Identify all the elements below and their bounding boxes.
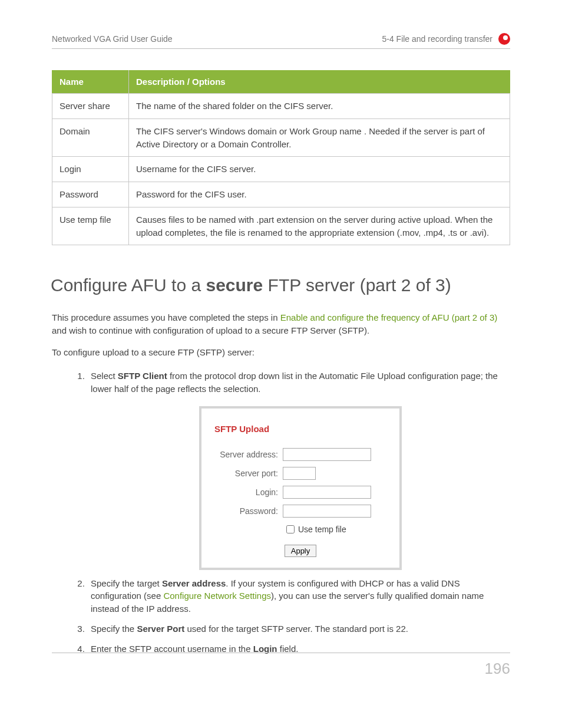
checkbox-use-temp-file[interactable] [286,525,295,533]
row-use-temp: Use temp file [214,523,386,535]
header-right: 5-4 File and recording transfer [382,33,492,45]
step4-bold: Login [253,644,277,654]
row-server-port: Server port: [214,467,386,480]
input-password[interactable] [283,505,371,518]
intro2: To configure upload to a secure FTP (SFT… [52,346,510,359]
step2-pre: Specify the target [91,578,162,588]
table-row: Domain The CIFS server's Windows domain … [52,118,510,157]
step-1: Select SFTP Client from the protocol dro… [87,370,510,570]
col-name: Name [52,71,129,94]
panel-title: SFTP Upload [214,423,386,436]
step3-post: used for the target SFTP server. The sta… [184,624,408,634]
step2-bold: Server address [162,578,226,588]
header-divider [52,48,510,49]
col-desc: Description / Options [129,71,510,94]
cell-desc: Password for the CIFS user. [129,182,510,207]
cell-name: Password [52,182,129,207]
brand-logo-icon [498,33,510,45]
steps-list: Select SFTP Client from the protocol dro… [52,370,510,655]
table-row: Server share The name of the shared fold… [52,94,510,119]
cell-name: Server share [52,94,129,119]
step4-post: field. [277,644,299,654]
page-footer: 196 [52,653,510,680]
label-server-port: Server port: [214,467,283,479]
step4-pre: Enter the SFTP account username in the [91,644,253,654]
title-prefix: Configure AFU to a [51,275,206,295]
options-table: Name Description / Options Server share … [52,70,510,245]
cell-desc: Causes files to be named with .part exte… [129,207,510,245]
link-configure-network-settings[interactable]: Configure Network Settings [163,591,271,601]
apply-button[interactable]: Apply [285,545,317,557]
label-use-temp: Use temp file [298,523,346,535]
step1-bold: SFTP Client [118,371,167,381]
cell-name: Use temp file [52,207,129,245]
cell-desc: The name of the shared folder on the CIF… [129,94,510,119]
sftp-upload-panel: SFTP Upload Server address: Server port:… [199,406,402,570]
link-enable-configure-afu[interactable]: Enable and configure the frequency of AF… [280,312,498,322]
label-password: Password: [214,505,283,517]
label-server-address: Server address: [214,449,283,460]
step3-pre: Specify the [91,624,137,634]
input-server-address[interactable] [283,448,371,461]
input-login[interactable] [283,486,371,499]
step-2: Specify the target Server address. If yo… [87,577,510,615]
step-3: Specify the Server Port used for the tar… [87,622,510,635]
intro-pre: This procedure assumes you have complete… [52,312,280,322]
row-server-address: Server address: [214,448,386,461]
step1-pre: Select [91,371,118,381]
table-row: Password Password for the CIFS user. [52,182,510,207]
intro-post: and wish to continue with configuration … [52,325,369,335]
table-row: Login Username for the CIFS server. [52,157,510,182]
intro-paragraph: This procedure assumes you have complete… [52,311,510,337]
cell-desc: The CIFS server's Windows domain or Work… [129,118,510,157]
row-login: Login: [214,486,386,499]
cell-desc: Username for the CIFS server. [129,157,510,182]
page-header: Networked VGA Grid User Guide 5-4 File a… [52,33,510,45]
cell-name: Domain [52,118,129,157]
cell-name: Login [52,157,129,182]
table-row: Use temp file Causes files to be named w… [52,207,510,245]
input-server-port[interactable] [283,467,316,480]
row-password: Password: [214,505,386,518]
step3-bold: Server Port [137,624,184,634]
header-left: Networked VGA Grid User Guide [52,33,173,45]
title-bold: secure [206,275,263,295]
section-title: Configure AFU to a secure FTP server (pa… [51,272,510,298]
label-login: Login: [214,486,283,498]
title-suffix: FTP server (part 2 of 3) [263,275,451,295]
table-header-row: Name Description / Options [52,71,510,94]
page-number: 196 [485,660,510,677]
